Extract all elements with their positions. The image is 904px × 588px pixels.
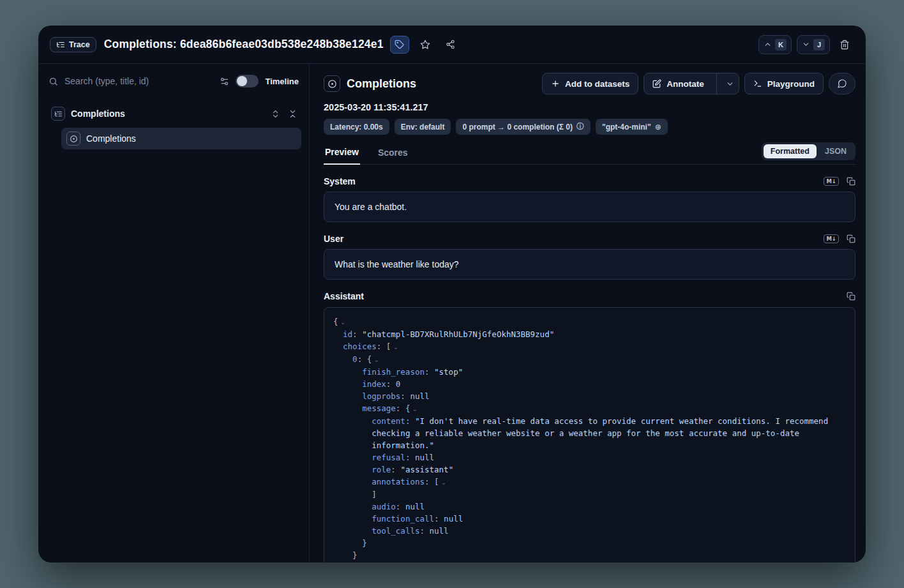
trace-detail-window: Trace Completions: 6dea86b6feae03db538e2…: [38, 26, 866, 562]
json-token: :: [425, 367, 434, 377]
copy-user-button[interactable]: [847, 234, 855, 243]
info-icon[interactable]: ⓘ: [576, 121, 584, 132]
collapse-toggle-icon[interactable]: ⌄: [338, 319, 346, 326]
timeline-toggle[interactable]: [236, 75, 259, 87]
toggle-knob: [237, 76, 247, 86]
json-token: tool_calls: [372, 526, 419, 536]
json-token: : {: [358, 354, 372, 364]
add-to-datasets-button[interactable]: Add to datasets: [542, 73, 638, 94]
json-token: id: [343, 329, 352, 339]
edit-icon: [652, 79, 661, 88]
json-token: :: [405, 416, 415, 426]
format-json-option[interactable]: JSON: [818, 144, 854, 158]
json-token: logprobs: [362, 391, 400, 401]
collapse-toggle-icon[interactable]: ⌄: [372, 356, 379, 363]
trace-type-badge: Trace: [50, 37, 96, 52]
json-token: "stop": [434, 367, 463, 377]
observation-tree: Completions Completions: [38, 98, 309, 149]
json-token: audio: [372, 502, 396, 511]
tab-preview[interactable]: Preview: [324, 143, 360, 165]
copy-system-button[interactable]: [847, 177, 855, 186]
tabs-row: Preview Scores Formatted JSON: [324, 142, 855, 165]
collapse-toggle-icon[interactable]: ⌄: [439, 479, 447, 486]
assistant-message-section: Assistant { ⌄id: "chatcmpl-BD7XRulRhULb7…: [324, 291, 855, 562]
trace-tree-sidebar: Timeline Completions: [38, 64, 310, 562]
metadata-badge: Env: default: [395, 119, 451, 135]
json-line: 0: { ⌄: [333, 353, 846, 366]
json-line: choices: [ ⌄: [333, 340, 846, 353]
system-message-section: System M↓ You are a chatbot.: [324, 176, 855, 222]
copy-icon: [847, 292, 855, 301]
annotate-button[interactable]: Annotate: [644, 73, 711, 94]
chevron-down-icon: [802, 40, 810, 49]
json-token: annotations: [372, 477, 425, 486]
json-line: audio: null: [333, 501, 846, 513]
format-toggle: Formatted JSON: [762, 142, 855, 160]
format-formatted-option[interactable]: Formatted: [764, 144, 817, 158]
assistant-label: Assistant: [324, 291, 364, 301]
badge-label: 0 prompt → 0 completion (Σ 0): [462, 123, 573, 132]
observation-actions: Add to datasets Annotate: [542, 73, 855, 94]
metadata-badge: Latency: 0.00s: [324, 119, 389, 135]
plus-icon: [551, 79, 560, 88]
tree-item-generation[interactable]: Completions: [61, 128, 301, 149]
user-message-section: User M↓ What is the weather like today?: [324, 234, 855, 280]
json-token: 0: [396, 379, 401, 389]
annotate-dropdown-button[interactable]: [722, 73, 739, 94]
sliders-icon: [220, 77, 229, 86]
trace-node-icon: [51, 107, 65, 121]
search-input[interactable]: [64, 76, 213, 86]
annotate-button-group: Annotate: [644, 73, 739, 94]
plus-circle-icon[interactable]: ⊕: [655, 123, 661, 132]
comments-button[interactable]: [829, 73, 855, 94]
next-trace-button[interactable]: J: [797, 35, 830, 54]
system-label: System: [324, 176, 356, 186]
titlebar-actions: K J: [758, 35, 854, 54]
playground-button[interactable]: Playground: [744, 73, 824, 94]
json-token: null: [444, 514, 463, 524]
tab-scores[interactable]: Scores: [377, 144, 409, 164]
json-line: id: "chatcmpl-BD7XRulRhULb7NjGfeOkhN3BB9…: [333, 328, 846, 340]
expand-all-button[interactable]: [271, 109, 280, 119]
user-label: User: [324, 234, 343, 244]
observation-header: Completions Add to datasets Annotate: [324, 73, 855, 94]
search-row: Timeline: [38, 64, 309, 98]
json-token: 0: [352, 354, 358, 364]
json-token: null: [415, 453, 434, 462]
json-line: refusal: null: [333, 451, 846, 464]
star-icon: [420, 40, 430, 50]
badge-label: "gpt-4o-mini": [602, 123, 651, 132]
collapse-toggle-icon[interactable]: ⌄: [391, 343, 398, 351]
trace-timestamp: 2025-03-20 11:35:41.217: [324, 102, 855, 112]
json-token: }: [362, 538, 367, 548]
tree-root-label: Completions: [71, 109, 125, 119]
json-token: :: [386, 379, 396, 389]
collapse-toggle-icon[interactable]: ⌄: [410, 405, 418, 412]
json-line: annotations: [ ⌄: [333, 476, 846, 488]
prev-trace-button[interactable]: K: [758, 35, 792, 54]
json-token: null: [405, 502, 425, 511]
generation-node-icon: [66, 132, 80, 146]
json-token: : [: [425, 477, 439, 486]
json-token: message: [362, 403, 396, 413]
copy-assistant-button[interactable]: [847, 292, 855, 301]
badges: Latency: 0.00sEnv: default0 prompt → 0 c…: [324, 119, 855, 135]
json-token: "assistant": [400, 465, 453, 474]
copy-icon: [847, 234, 855, 243]
delete-trace-button[interactable]: [835, 36, 854, 54]
collapse-all-button[interactable]: [288, 109, 298, 119]
chevron-down-icon: [726, 80, 734, 88]
tag-button[interactable]: [390, 36, 409, 54]
trace-badge-label: Trace: [69, 40, 90, 49]
share-button[interactable]: [441, 36, 460, 54]
markdown-toggle-icon[interactable]: M↓: [824, 177, 839, 186]
json-token: :: [405, 453, 415, 462]
share-icon: [446, 40, 455, 49]
json-token: : [: [377, 342, 391, 351]
star-button[interactable]: [416, 36, 435, 54]
markdown-toggle-icon[interactable]: M↓: [824, 234, 839, 243]
search-icon: [49, 77, 58, 86]
tree-item-trace-root[interactable]: Completions: [47, 103, 301, 124]
json-token: :: [352, 329, 362, 339]
view-options-button[interactable]: [220, 77, 229, 86]
